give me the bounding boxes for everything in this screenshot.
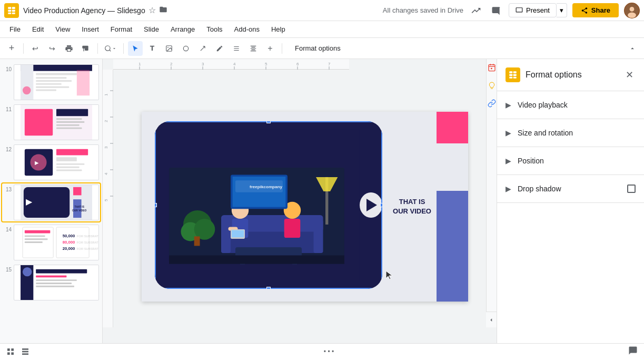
video-playback-title: Video playback	[518, 101, 568, 109]
paint-format-button[interactable]	[78, 41, 93, 56]
calendar-icon[interactable]	[488, 63, 496, 74]
svg-rect-20	[36, 83, 62, 85]
handle-bottom-left[interactable]	[155, 287, 157, 289]
list-view-btn[interactable]	[21, 347, 29, 356]
menu-bar: File Edit View Insert Format Slide Arran…	[0, 21, 644, 38]
grid-view-btn[interactable]	[6, 347, 15, 356]
line-tool[interactable]	[195, 41, 210, 56]
menu-tools[interactable]: Tools	[201, 23, 227, 35]
svg-text:3: 3	[202, 62, 204, 66]
video-playback-header[interactable]: ▶ Video playback	[497, 91, 644, 119]
cursor	[384, 270, 394, 283]
svg-rect-53	[25, 235, 45, 237]
handle-top-right[interactable]	[380, 121, 382, 123]
folder-icon[interactable]	[159, 5, 167, 16]
svg-rect-142	[22, 348, 28, 350]
svg-point-13	[183, 46, 188, 51]
svg-text:4: 4	[104, 172, 108, 175]
menu-insert[interactable]: Insert	[76, 23, 104, 35]
slide-num-15: 15	[3, 265, 12, 273]
speaker-notes-btn[interactable]	[628, 346, 638, 357]
present-button[interactable]: Present	[509, 3, 557, 17]
text-tool[interactable]	[145, 41, 160, 56]
slide-thumb-12[interactable]: ▶	[14, 144, 99, 180]
handle-top-left[interactable]	[155, 121, 157, 123]
handle-bottom-right[interactable]	[380, 287, 382, 289]
select-tool[interactable]	[128, 41, 143, 56]
svg-rect-2	[8, 9, 11, 12]
menu-format[interactable]: Format	[105, 23, 137, 35]
link-icon[interactable]	[488, 99, 496, 110]
slide-canvas[interactable]: freepikcompany	[142, 112, 468, 302]
user-avatar[interactable]	[624, 3, 640, 18]
svg-text:80,000: 80,000	[63, 240, 75, 245]
print-button[interactable]	[62, 41, 76, 56]
share-button[interactable]: Share	[572, 3, 619, 17]
format-section-video-playback: ▶ Video playback	[497, 91, 644, 119]
drop-shadow-checkbox[interactable]	[627, 185, 636, 193]
slide-thumb-15[interactable]	[14, 265, 99, 300]
image-tool[interactable]	[162, 41, 176, 56]
line-style-tool[interactable]	[229, 41, 244, 56]
size-rotation-header[interactable]: ▶ Size and rotation	[497, 119, 644, 147]
slide-item-11[interactable]: 11	[2, 103, 100, 141]
menu-addons[interactable]: Add-ons	[229, 23, 265, 35]
slide-thumb-10[interactable]	[14, 64, 99, 100]
drop-shadow-header[interactable]: ▶ Drop shadow	[497, 175, 644, 202]
slide-item-14[interactable]: 14 50,000 80,000 20,000 FOR SUBSRATE FOR…	[2, 224, 100, 261]
app-icon[interactable]	[4, 3, 19, 18]
slide-item-12[interactable]: 12 ▶	[2, 143, 100, 181]
slide-thumb-13[interactable]: ▶ THAT IS OUR VIDEO	[14, 185, 99, 220]
menu-slide[interactable]: Slide	[138, 23, 164, 35]
svg-text:▶: ▶	[35, 160, 39, 166]
svg-text:THAT IS: THAT IS	[74, 206, 84, 208]
svg-point-24	[23, 86, 31, 95]
zoom-button[interactable]	[102, 41, 119, 56]
video-playback-arrow: ▶	[506, 101, 511, 109]
handle-mid-left[interactable]	[155, 203, 157, 207]
svg-rect-19	[36, 80, 72, 82]
pen-tool[interactable]	[212, 41, 227, 56]
menu-edit[interactable]: Edit	[27, 23, 49, 35]
handle-top-center[interactable]	[266, 121, 271, 123]
menu-file[interactable]: File	[4, 23, 26, 35]
menu-view[interactable]: View	[50, 23, 75, 35]
toolbar-collapse-btn[interactable]	[625, 41, 640, 56]
svg-text:5: 5	[265, 62, 267, 66]
insert-tool[interactable]: +	[263, 41, 278, 56]
redo-button[interactable]: ↪	[45, 41, 60, 56]
add-button[interactable]: +	[4, 41, 19, 56]
canvas-area[interactable]: 1 2 3 4 5 6 7 8 9	[103, 59, 497, 343]
align-tool[interactable]	[246, 41, 261, 56]
panel-collapse-arrow[interactable]	[486, 312, 497, 327]
divider-2	[97, 43, 98, 54]
bulb-icon[interactable]	[488, 81, 496, 92]
slide-item-15[interactable]: 15	[2, 264, 100, 302]
position-header[interactable]: ▶ Position	[497, 147, 644, 174]
svg-rect-5	[12, 12, 15, 14]
shapes-tool[interactable]	[179, 41, 193, 56]
format-options-toolbar-label[interactable]: Format options	[291, 42, 345, 54]
slide-thumb-14[interactable]: 50,000 80,000 20,000 FOR SUBSRATE FOR SU…	[14, 225, 99, 260]
slide-item-10[interactable]: 10	[2, 63, 100, 101]
svg-rect-18	[36, 77, 66, 79]
star-icon[interactable]: ☆	[148, 5, 156, 15]
video-container[interactable]: freepikcompany	[155, 121, 382, 289]
svg-rect-38	[56, 167, 80, 168]
svg-point-8	[630, 7, 635, 12]
activity-icon[interactable]	[469, 3, 483, 18]
slide-thumb-11[interactable]	[14, 104, 99, 140]
slide-item-13[interactable]: 13 ▶ THAT IS OUR VIDEO	[2, 183, 100, 221]
handle-bottom-center[interactable]	[266, 287, 271, 289]
handle-mid-right[interactable]	[380, 203, 382, 207]
svg-point-10	[105, 45, 110, 50]
format-section-position: ▶ Position	[497, 147, 644, 175]
pink-accent-block	[437, 112, 468, 143]
menu-arrange[interactable]: Arrange	[165, 23, 200, 35]
side-nav-icons	[486, 59, 497, 327]
comment-icon[interactable]	[489, 3, 503, 18]
format-close-button[interactable]: ✕	[623, 69, 636, 81]
undo-button[interactable]: ↩	[28, 41, 43, 56]
present-dropdown[interactable]: ▾	[557, 3, 567, 17]
menu-help[interactable]: Help	[266, 23, 291, 35]
